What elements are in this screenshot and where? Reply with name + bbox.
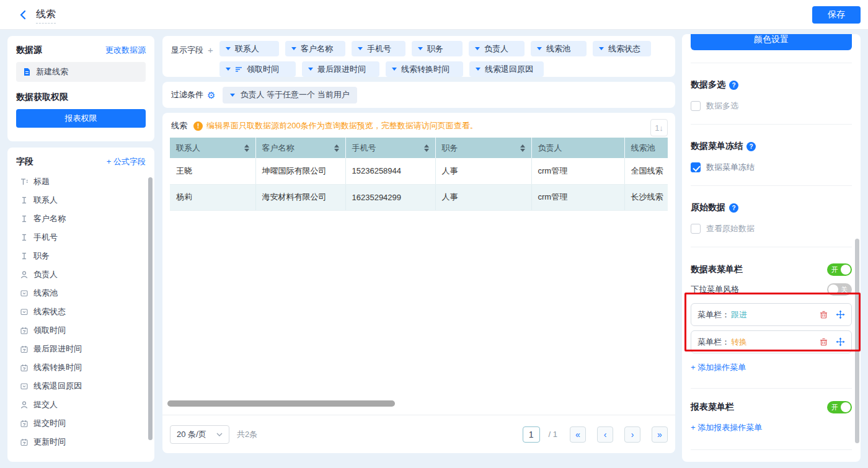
- datasource-item[interactable]: 新建线索: [16, 62, 146, 82]
- display-field-chip[interactable]: 领取时间: [219, 61, 296, 77]
- change-datasource-link[interactable]: 更改数据源: [105, 45, 146, 56]
- sort-arrows-icon[interactable]: [334, 144, 339, 152]
- next-page-button[interactable]: ›: [624, 426, 640, 443]
- display-fields-label: 显示字段: [171, 45, 203, 56]
- table-menu-toggle[interactable]: 开: [827, 263, 852, 276]
- display-field-chip[interactable]: 客户名称: [285, 41, 345, 56]
- trash-icon[interactable]: [819, 337, 828, 347]
- field-item[interactable]: 线索转换时间: [16, 358, 146, 377]
- page-size-select[interactable]: 20 条/页: [170, 425, 229, 444]
- add-action-menu-link[interactable]: + 添加操作菜单: [691, 362, 852, 373]
- field-item[interactable]: 标题: [16, 172, 146, 191]
- column-label: 职务: [442, 143, 458, 154]
- field-item[interactable]: 客户名称: [16, 210, 146, 228]
- field-label: 更新时间: [33, 436, 66, 448]
- current-page-input[interactable]: 1: [523, 426, 540, 443]
- checkbox-unchecked[interactable]: [691, 224, 701, 234]
- field-item[interactable]: 提交人: [16, 395, 146, 414]
- sort-arrows-icon[interactable]: [424, 144, 429, 152]
- field-item[interactable]: 更新时间: [16, 433, 146, 451]
- horizontal-scrollbar[interactable]: [167, 400, 395, 407]
- menu-freeze-checkbox-label: 数据菜单冻结: [706, 162, 755, 173]
- field-item[interactable]: 联系人: [16, 191, 146, 210]
- sort-arrows-icon[interactable]: [520, 144, 525, 152]
- chip-label: 手机号: [367, 43, 391, 55]
- column-header[interactable]: 客户名称: [255, 138, 345, 158]
- last-page-button[interactable]: »: [652, 426, 668, 443]
- action-menu-item[interactable]: 菜单栏：跟进: [691, 303, 852, 326]
- display-field-chip[interactable]: 最后跟进时间: [302, 61, 379, 77]
- raw-data-checkbox-label: 查看原始数据: [706, 223, 755, 234]
- trash-icon[interactable]: [819, 310, 828, 319]
- table-cell: 15236258944: [345, 158, 435, 184]
- field-item[interactable]: 线索池: [16, 284, 146, 302]
- display-field-chip[interactable]: 手机号: [352, 41, 405, 56]
- dropdown-style-toggle[interactable]: 关: [827, 283, 852, 296]
- toggle-on-label: 开: [831, 263, 838, 276]
- display-field-chip[interactable]: 线索退回原因: [469, 61, 544, 77]
- divider: [691, 63, 852, 63]
- display-field-chip[interactable]: 线索池: [531, 41, 587, 56]
- move-icon[interactable]: [836, 337, 845, 347]
- display-field-chip[interactable]: 联系人: [219, 41, 279, 56]
- document-icon: [22, 68, 31, 76]
- date-field-icon: [20, 363, 29, 372]
- divider: [691, 449, 852, 450]
- table-row[interactable]: 王晓坤曜国际有限公司15236258944人事crm管理全国线索: [170, 158, 668, 184]
- chip-label: 客户名称: [301, 43, 333, 55]
- row-order-button[interactable]: 1↓: [650, 119, 668, 136]
- formula-field-link[interactable]: + 公式字段: [107, 156, 146, 167]
- help-icon[interactable]: ?: [729, 203, 738, 213]
- prev-page-button[interactable]: ‹: [597, 426, 613, 443]
- column-header[interactable]: 职务: [435, 138, 531, 158]
- fields-scrollbar[interactable]: [148, 177, 153, 440]
- date-field-icon: [20, 345, 29, 353]
- back-icon[interactable]: [17, 9, 30, 21]
- display-field-chip[interactable]: 负责人: [469, 41, 525, 56]
- field-item[interactable]: 负责人: [16, 265, 146, 284]
- column-label: 手机号: [352, 143, 376, 154]
- text-field-icon: [20, 196, 29, 205]
- first-page-button[interactable]: «: [570, 426, 586, 443]
- field-item[interactable]: 领取时间: [16, 321, 146, 340]
- toggle-knob: [841, 402, 851, 412]
- checkbox-unchecked[interactable]: [691, 101, 701, 111]
- display-field-chip[interactable]: 职务: [412, 41, 463, 56]
- field-item[interactable]: 手机号: [16, 228, 146, 247]
- add-report-action-menu-link[interactable]: + 添加报表操作菜单: [691, 422, 852, 433]
- report-permission-button[interactable]: 报表权限: [16, 109, 146, 128]
- table-cell: 坤曜国际有限公司: [255, 158, 345, 184]
- menu-item-name[interactable]: 转换: [731, 337, 747, 348]
- chip-label: 联系人: [235, 43, 259, 55]
- menu-freeze-checkbox-row[interactable]: 数据菜单冻结: [691, 162, 852, 173]
- field-label: 客户名称: [33, 213, 66, 224]
- report-menu-toggle[interactable]: 开: [827, 401, 852, 413]
- display-field-chip[interactable]: 线索转换时间: [386, 61, 463, 77]
- add-display-field-button[interactable]: +: [208, 45, 213, 55]
- menu-item-name[interactable]: 跟进: [731, 309, 747, 320]
- multi-select-checkbox-row[interactable]: 数据多选: [691, 100, 852, 112]
- settings-scrollbar[interactable]: [855, 239, 859, 443]
- action-menu-item[interactable]: 菜单栏：转换: [691, 330, 852, 353]
- help-icon[interactable]: ?: [746, 142, 756, 151]
- table-row[interactable]: 杨莉海安材料有限公司16235294299人事crm管理长沙线索: [170, 184, 668, 210]
- raw-data-checkbox-row[interactable]: 查看原始数据: [691, 223, 852, 234]
- field-item[interactable]: 提交时间: [16, 414, 146, 433]
- color-settings-button[interactable]: 颜色设置: [691, 34, 852, 50]
- field-item[interactable]: 线索退回原因: [16, 377, 146, 395]
- column-header[interactable]: 联系人: [170, 138, 255, 158]
- move-icon[interactable]: [836, 310, 845, 319]
- dropdown-style-label: 下拉菜单风格: [691, 284, 739, 295]
- column-header[interactable]: 手机号: [345, 138, 435, 158]
- sort-arrows-icon[interactable]: [244, 144, 249, 152]
- gear-icon[interactable]: ⚙: [207, 91, 215, 100]
- field-item[interactable]: 最后跟进时间: [16, 340, 146, 358]
- filter-condition-chip[interactable]: 负责人 等于任意一个 当前用户: [223, 87, 356, 104]
- save-button[interactable]: 保存: [812, 6, 861, 24]
- field-item[interactable]: 职务: [16, 247, 146, 265]
- checkbox-checked[interactable]: [691, 162, 701, 172]
- field-item[interactable]: 线索状态: [16, 302, 146, 321]
- display-field-chip[interactable]: 线索状态: [593, 41, 651, 56]
- filter-label: 过滤条件: [171, 89, 203, 100]
- help-icon[interactable]: ?: [729, 81, 738, 90]
